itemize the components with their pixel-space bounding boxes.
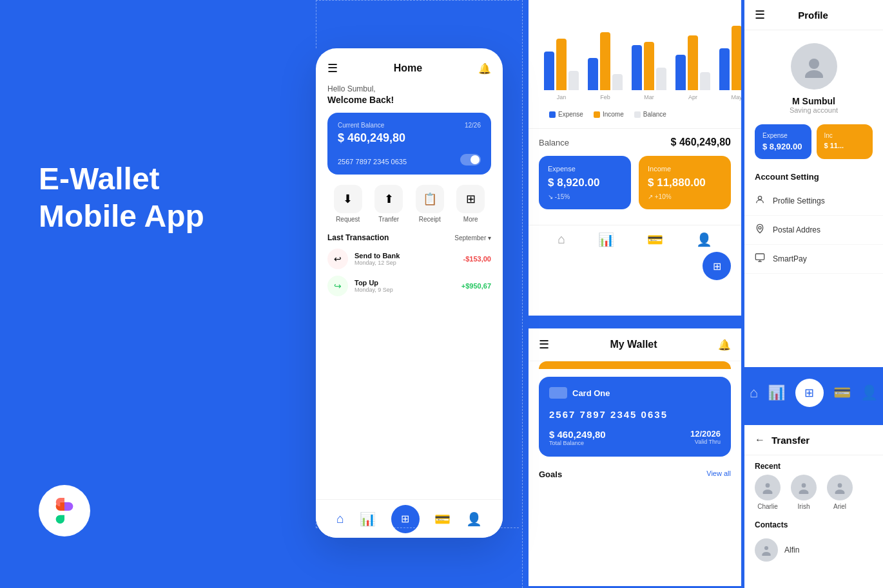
profile-expense-label: Expense <box>762 132 804 139</box>
balance-amount: $ 460,249,80 <box>671 137 731 148</box>
wallet-nav-icon[interactable]: 💳 <box>434 511 451 527</box>
legend-expense-label: Expense <box>558 111 583 118</box>
recent-charlie[interactable]: Charlie <box>755 475 781 510</box>
recent-ariel[interactable]: Ariel <box>827 475 853 510</box>
svg-point-12 <box>762 552 771 556</box>
profile-fab-button[interactable]: ⊞ <box>795 379 824 407</box>
recent-row: Charlie Irish Ariel <box>744 475 883 517</box>
view-all-link[interactable]: View all <box>706 469 731 479</box>
send-bank-amount: -$153,00 <box>463 255 491 263</box>
legend-income-label: Income <box>603 111 624 118</box>
request-icon: ⬇ <box>334 185 362 213</box>
postal-address-item[interactable]: Postal Addres <box>744 216 883 245</box>
account-setting-label: Account Setting <box>744 169 883 187</box>
wallet-bell-icon[interactable]: 🔔 <box>718 339 731 351</box>
card-toggle[interactable] <box>460 154 481 166</box>
legend-income: Income <box>594 111 624 118</box>
card-date: 12/26 <box>465 122 481 129</box>
ariel-avatar <box>827 475 853 500</box>
bar-may: May <box>719 26 741 100</box>
wallet-balance-amount: $ 460,249,80 <box>549 429 606 440</box>
more-action[interactable]: ⊞ More <box>456 185 485 223</box>
smartpay-icon <box>755 252 765 265</box>
top-up-amount: +$950,67 <box>461 282 491 290</box>
analytics-fab-button[interactable]: ⊞ <box>703 252 731 280</box>
smartpay-item[interactable]: SmartPay <box>744 245 883 274</box>
transaction-2: ↪ Top Up Monday, 9 Sep +$950,67 <box>327 276 491 296</box>
bar-mar-balance <box>656 68 666 90</box>
wallet-card-top: Card One <box>549 387 721 399</box>
transfer-title: Transfer <box>771 435 810 446</box>
home-nav-icon[interactable]: ⌂ <box>336 511 344 526</box>
top-up-date: Monday, 9 Sep <box>354 287 455 293</box>
profile-user-name: M Sumbul <box>792 96 835 106</box>
last-transaction-title: Last Transaction <box>327 233 389 242</box>
chart-nav-icon[interactable]: 📊 <box>360 511 376 527</box>
request-label: Request <box>336 216 360 223</box>
wallet-valid-date: 12/2026 <box>690 429 721 439</box>
hamburger-icon[interactable]: ☰ <box>327 61 338 75</box>
bar-apr-expense <box>675 55 686 90</box>
card-label: Current Balance <box>338 122 481 129</box>
receipt-action[interactable]: 📋 Receipt <box>416 185 444 223</box>
profile-settings-item[interactable]: Profile Settings <box>744 187 883 216</box>
profile-bottom-home-icon[interactable]: ⌂ <box>750 384 758 401</box>
receipt-label: Receipt <box>419 216 441 223</box>
more-label: More <box>463 216 478 223</box>
profile-avatar <box>791 43 837 90</box>
recent-irish[interactable]: Irish <box>791 475 817 510</box>
transfer-section: ← Transfer Recent Charlie Irish Ariel Co… <box>744 425 883 588</box>
expense-stat-label: Expense <box>548 165 622 173</box>
analytics-profile-icon[interactable]: 👤 <box>696 232 712 247</box>
analytics-home-icon[interactable]: ⌂ <box>558 232 565 247</box>
profile-bottom-chart-icon[interactable]: 📊 <box>768 384 785 401</box>
bar-feb: Feb <box>588 32 623 100</box>
wallet-valid-label: Valid Thru <box>690 439 721 445</box>
contact-alfin[interactable]: Alfin <box>744 533 883 567</box>
profile-income-amount: $ 11... <box>824 142 866 149</box>
bar-label-apr: Apr <box>688 94 697 100</box>
balance-row: Balance $ 460,249,80 <box>539 137 731 148</box>
income-stat-amount: $ 11,880.00 <box>648 176 722 189</box>
bar-label-may: May <box>731 94 741 100</box>
analytics-section: Jan Feb Mar <box>529 0 741 316</box>
recent-label: Recent <box>744 455 883 475</box>
send-bank-info: Send to Bank Monday, 12 Sep <box>354 252 457 266</box>
legend-income-dot <box>594 111 600 118</box>
profile-account-type: Saving account <box>790 106 838 114</box>
svg-point-5 <box>766 483 770 488</box>
transaction-section-header: Last Transaction September ▾ <box>327 233 491 242</box>
home-header: ☰ Home 🔔 <box>327 61 491 75</box>
fab-button[interactable]: ⊞ <box>391 505 420 533</box>
profile-title: Profile <box>798 10 828 21</box>
stats-cards: Expense $ 8,920.00 ↘ -15% Income $ 11,88… <box>539 156 731 209</box>
balance-card: Current Balance 12/26 $ 460,249,80 2567 … <box>327 113 491 175</box>
profile-cards-row: Expense $ 8,920.00 Inc $ 11... <box>744 124 883 169</box>
analytics-wallet-icon[interactable]: 💳 <box>647 232 663 247</box>
profile-bottom-wallet-icon[interactable]: 💳 <box>833 384 851 401</box>
profile-bottom-profile-icon[interactable]: 👤 <box>860 384 878 401</box>
analytics-chart-icon[interactable]: 📊 <box>598 232 614 247</box>
request-action[interactable]: ⬇ Request <box>334 185 362 223</box>
wallet-menu-icon[interactable]: ☰ <box>539 337 549 352</box>
bar-may-income <box>732 26 741 90</box>
legend-balance: Balance <box>634 111 666 118</box>
back-icon[interactable]: ← <box>755 434 765 446</box>
bar-label-jan: Jan <box>557 94 567 100</box>
profile-income-label: Inc <box>824 132 866 139</box>
notification-bell-icon[interactable]: 🔔 <box>478 62 491 75</box>
profile-nav-icon[interactable]: 👤 <box>466 511 482 527</box>
bar-jan-balance <box>568 71 579 90</box>
receipt-icon: 📋 <box>416 185 444 213</box>
transfer-action[interactable]: ⬆ Tranfer <box>374 185 403 223</box>
bar-chart: Jan Feb Mar <box>539 10 731 100</box>
profile-bottom-blue: ⌂ 📊 ⊞ 💳 👤 <box>744 367 883 419</box>
profile-expense-card: Expense $ 8,920.00 <box>755 124 811 159</box>
top-up-icon: ↪ <box>327 276 348 296</box>
orange-strip <box>539 361 731 369</box>
profile-avatar-area: M Sumbul Saving account <box>744 30 883 124</box>
profile-menu-icon[interactable]: ☰ <box>755 8 765 22</box>
send-bank-name: Send to Bank <box>354 252 457 260</box>
wallet-card-name: Card One <box>572 388 610 398</box>
transaction-filter[interactable]: September ▾ <box>454 234 491 242</box>
